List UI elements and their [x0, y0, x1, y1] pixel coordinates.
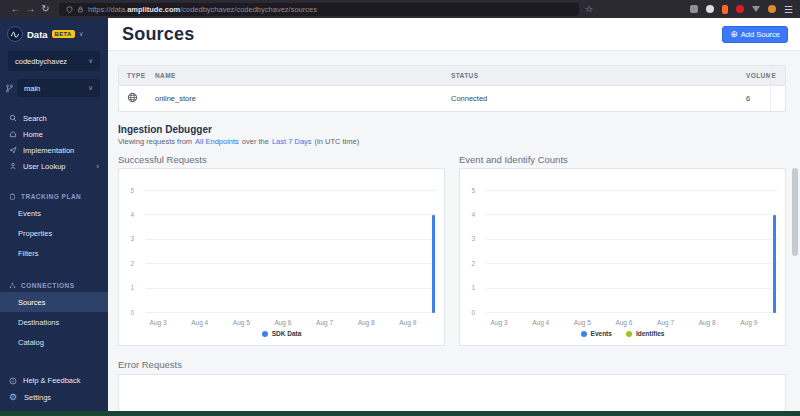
- beta-badge: BETA: [52, 30, 75, 38]
- extension-icon[interactable]: [722, 5, 728, 14]
- last-7-days-link[interactable]: Last 7 Days: [272, 137, 312, 146]
- x-tick-label: Aug 8: [699, 319, 716, 326]
- legend-dot: [262, 331, 268, 337]
- sources-table: TYPE NAME STATUS VOLUME online_store Con…: [118, 65, 786, 112]
- browser-chrome: ← → ↻ https://data.amplitude.com/codedby…: [0, 0, 800, 18]
- extension-icon[interactable]: [768, 5, 776, 13]
- paper-plane-icon: [9, 146, 17, 154]
- sidebar-item-events[interactable]: Events: [0, 203, 108, 223]
- screen: ← → ↻ https://data.amplitude.com/codedby…: [0, 0, 800, 416]
- y-tick-label: 2: [471, 261, 475, 268]
- forward-icon[interactable]: →: [23, 4, 38, 14]
- column-header-type: TYPE: [127, 72, 155, 79]
- ingestion-debugger-subtitle: Viewing requests fromAll Endpointsover t…: [118, 137, 786, 146]
- y-axis: 012345: [119, 191, 141, 313]
- y-tick-label: 3: [471, 236, 475, 243]
- sidebar-item-label: Settings: [24, 393, 51, 402]
- x-tick-label: Aug 9: [399, 319, 416, 326]
- extension-icon[interactable]: [706, 5, 714, 13]
- y-tick-label: 4: [130, 212, 134, 219]
- sidebar: Data BETA ∨ codedbychavez ∨ main ∨ Searc…: [0, 18, 108, 411]
- gridline: [486, 263, 777, 264]
- extension-icon[interactable]: [690, 5, 698, 13]
- x-axis: Aug 3Aug 4Aug 5Aug 6Aug 7Aug 8Aug 9: [486, 319, 777, 328]
- scrollbar-thumb[interactable]: [792, 168, 798, 256]
- sidebar-item-label: Home: [23, 130, 43, 139]
- home-icon: [9, 130, 17, 138]
- legend-item[interactable]: SDK Data: [262, 330, 302, 337]
- plus-circle-icon: ⊕: [730, 30, 738, 39]
- sidebar-item-home[interactable]: Home: [0, 126, 108, 142]
- sidebar-item-label: Implementation: [23, 146, 74, 155]
- column-header-name: NAME: [155, 72, 451, 79]
- x-tick-label: Aug 6: [615, 319, 632, 326]
- sidebar-item-filters[interactable]: Filters: [0, 243, 108, 263]
- chart-bar: [773, 215, 776, 313]
- successful-requests-chart: 012345 Aug 3Aug 4Aug 5Aug 6Aug 7Aug 8Aug…: [118, 168, 445, 346]
- gridline: [145, 263, 436, 264]
- table-row[interactable]: online_store Connected 6: [119, 86, 785, 111]
- section-title: TRACKING PLAN: [21, 193, 81, 200]
- lock-icon: [77, 6, 84, 13]
- hamburger-menu-icon[interactable]: ☰: [784, 4, 792, 15]
- sidebar-item-properties[interactable]: Properties: [0, 223, 108, 243]
- successful-requests-chart-block: Successful Requests 012345 Aug 3Aug 4Aug…: [118, 154, 445, 346]
- extension-icon[interactable]: [752, 6, 760, 12]
- x-axis: Aug 3Aug 4Aug 5Aug 6Aug 7Aug 8Aug 9: [145, 319, 436, 328]
- sidebar-item-user-lookup[interactable]: User Lookup ›: [0, 158, 108, 174]
- sidebar-item-search[interactable]: Search: [0, 110, 108, 126]
- workspace-select[interactable]: codedbychavez ∨: [8, 51, 100, 71]
- add-source-button[interactable]: ⊕ Add Source: [722, 26, 788, 43]
- section-tracking-plan: TRACKING PLAN Events Properties Filters: [0, 189, 108, 263]
- sidebar-footer: Help & Feedback ⚙ Settings: [0, 372, 108, 406]
- ingestion-debugger-title: Ingestion Debugger: [118, 124, 786, 135]
- error-requests-panel: [118, 374, 786, 411]
- legend-dot: [626, 331, 632, 337]
- y-axis: 012345: [460, 191, 482, 313]
- y-tick-label: 1: [471, 285, 475, 292]
- all-endpoints-link[interactable]: All Endpoints: [195, 137, 239, 146]
- sidebar-item-settings[interactable]: ⚙ Settings: [0, 389, 108, 406]
- workspace-name: codedbychavez: [15, 57, 67, 66]
- plot-area: [486, 191, 777, 313]
- legend-label: Identifies: [636, 330, 665, 337]
- reload-icon[interactable]: ↻: [38, 4, 53, 14]
- legend-item[interactable]: Identifies: [626, 330, 665, 337]
- gridline: [145, 214, 436, 215]
- branch-select[interactable]: main ∨: [17, 79, 100, 97]
- main-content: Sources ⊕ Add Source TYPE NAME STATUS VO…: [108, 18, 800, 411]
- column-header-volume: VOLUME: [746, 72, 777, 79]
- legend-item[interactable]: Events: [581, 330, 612, 337]
- y-tick-label: 0: [471, 310, 475, 317]
- url-bar[interactable]: https://data.amplitude.com/codedbychavez…: [59, 3, 579, 16]
- y-tick-label: 1: [130, 285, 134, 292]
- event-identify-chart-block: Event and Identify Counts 012345 Aug 3Au…: [459, 154, 786, 346]
- column-header-status: STATUS: [451, 72, 746, 79]
- table-header-row: TYPE NAME STATUS VOLUME: [119, 66, 785, 86]
- sidebar-item-destinations[interactable]: Destinations: [0, 312, 108, 332]
- x-tick-label: Aug 5: [574, 319, 591, 326]
- sidebar-item-sources[interactable]: Sources: [0, 292, 108, 312]
- chevron-down-icon: ∨: [88, 58, 93, 65]
- sidebar-item-label: Help & Feedback: [23, 376, 81, 385]
- y-tick-label: 5: [471, 188, 475, 195]
- chart-legend: SDK Data: [119, 330, 444, 337]
- bookmark-star-icon[interactable]: ☆: [585, 4, 593, 14]
- x-tick-label: Aug 7: [316, 319, 333, 326]
- table-column-divider: [770, 66, 771, 111]
- globe-icon: [127, 92, 138, 103]
- shield-icon: [66, 6, 73, 13]
- search-icon: [9, 114, 17, 122]
- info-circle-icon: [9, 377, 17, 385]
- sidebar-item-help-feedback[interactable]: Help & Feedback: [0, 372, 108, 389]
- event-identify-counts-chart: 012345 Aug 3Aug 4Aug 5Aug 6Aug 7Aug 8Aug…: [459, 168, 786, 346]
- sidebar-item-catalog[interactable]: Catalog: [0, 332, 108, 352]
- sidebar-item-implementation[interactable]: Implementation: [0, 142, 108, 158]
- error-requests-title: Error Requests: [118, 359, 786, 370]
- sidebar-item-label: Search: [23, 114, 47, 123]
- back-icon[interactable]: ←: [8, 4, 23, 14]
- branch-row: main ∨: [5, 79, 100, 97]
- gridline: [486, 312, 777, 313]
- product-switcher[interactable]: Data BETA ∨: [0, 18, 108, 44]
- extension-icon[interactable]: [736, 5, 744, 13]
